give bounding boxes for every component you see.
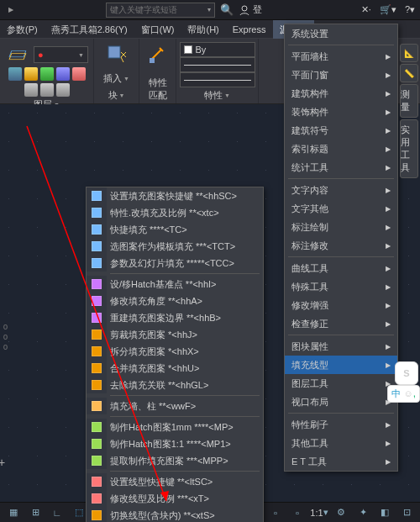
cart-icon[interactable]: 🛒▾ bbox=[380, 4, 396, 15]
lineweight-combo[interactable] bbox=[180, 72, 255, 87]
context-menu-item[interactable]: 重建填充图案边界 **<hhB> bbox=[87, 309, 263, 326]
submenu-item[interactable]: 标注修改▶ bbox=[285, 236, 397, 255]
ortho-icon[interactable]: ⬚ bbox=[71, 505, 87, 520]
menu-item[interactable]: 帮助(H) bbox=[181, 20, 225, 39]
status-icon[interactable]: ▫ bbox=[289, 505, 306, 520]
layer-properties-icon[interactable] bbox=[5, 42, 30, 67]
submenu-label: E T 工具 bbox=[291, 456, 327, 468]
submenu-item[interactable]: 索引标题▶ bbox=[285, 140, 397, 158]
layer-tool-icon[interactable] bbox=[40, 83, 54, 97]
search-box[interactable]: ▾ bbox=[106, 3, 215, 18]
menu-item[interactable]: 窗口(W) bbox=[134, 20, 181, 39]
measure-label[interactable]: 测量 bbox=[400, 84, 418, 118]
submenu-item[interactable]: 标注绘制▶ bbox=[285, 218, 397, 236]
submenu-item[interactable]: 平面墙柱▶ bbox=[285, 47, 397, 66]
context-menu-item[interactable]: 制作Hatch图案1mm ****<MP> bbox=[87, 419, 263, 435]
layer-tool-icon[interactable] bbox=[72, 67, 86, 81]
layer-tool-icon[interactable] bbox=[8, 67, 22, 81]
grid-icon[interactable]: ⊞ bbox=[27, 505, 44, 520]
util-label[interactable]: 实用工具 bbox=[400, 119, 418, 178]
layer-combo[interactable]: ●▼ bbox=[34, 46, 88, 63]
layer-tool-icon[interactable] bbox=[24, 83, 38, 97]
menu-item-label: 拆分填充图案 *<hhX> bbox=[110, 345, 199, 358]
context-menu-item[interactable]: 填充墙、柱 **<wwF> bbox=[87, 398, 263, 414]
submenu-item[interactable]: 统计工具▶ bbox=[285, 158, 397, 177]
layer-tool-icon[interactable] bbox=[56, 67, 70, 81]
insert-block-icon[interactable] bbox=[104, 42, 129, 67]
submenu-item[interactable]: 文字其他▶ bbox=[285, 199, 397, 218]
menu-item[interactable]: 参数(P) bbox=[0, 20, 45, 39]
panel-label[interactable]: 块▼ bbox=[108, 89, 125, 102]
submenu-item[interactable]: 文字内容▶ bbox=[285, 181, 397, 199]
submenu-item[interactable]: 装饰构件▶ bbox=[285, 103, 397, 121]
menu-item-label: 特性.改填充及比例 **<xtc> bbox=[110, 207, 219, 219]
context-menu-item[interactable]: 制作Hatch图案1:1 ****<MP1> bbox=[87, 435, 263, 452]
context-menu-item[interactable]: 切换线型(含块内) **<xtS> bbox=[87, 507, 263, 522]
menu-item-label: 制作Hatch图案1mm ****<MP> bbox=[110, 421, 234, 434]
menu-item-label: 合并填充图案 *<hhU> bbox=[110, 362, 199, 375]
context-menu-item[interactable]: 参数及幻灯片填充 *****<TCC> bbox=[87, 255, 263, 272]
submenu-item[interactable]: 检查修正▶ bbox=[285, 314, 397, 333]
ime-sogou-icon[interactable]: S bbox=[395, 361, 418, 385]
status-icon[interactable]: ⊡ bbox=[398, 505, 415, 520]
history-back-icon[interactable]: ▶ bbox=[8, 6, 13, 13]
tool-icon[interactable]: 📏 bbox=[400, 64, 418, 82]
submenu-item[interactable]: 填充线型▶ bbox=[285, 356, 397, 374]
submenu-item[interactable]: 平面门窗▶ bbox=[285, 66, 397, 84]
search-icon[interactable]: 🔍 bbox=[220, 3, 234, 16]
layer-tool-icon[interactable] bbox=[56, 83, 70, 97]
context-menu-item[interactable]: 快捷填充 ****<TC> bbox=[87, 221, 263, 238]
context-menu-item[interactable]: 设置填充图案快捷键 **<hhSC> bbox=[87, 187, 263, 204]
color-combo[interactable]: By bbox=[180, 42, 255, 57]
context-menu-item[interactable]: 设置线型快捷键 **<ltSC> bbox=[87, 473, 263, 490]
linetype-combo[interactable] bbox=[180, 57, 255, 72]
search-input[interactable] bbox=[110, 5, 206, 14]
submenu-item[interactable]: E T 工具▶ bbox=[285, 452, 397, 471]
match-properties-icon[interactable] bbox=[145, 42, 171, 67]
submenu-item[interactable]: 特殊工具▶ bbox=[285, 277, 397, 296]
context-menu-item[interactable]: 设/移Hatch基准点 **<hhI> bbox=[87, 276, 263, 293]
context-menu-item[interactable]: 修改填充角度 **<hhA> bbox=[87, 293, 263, 309]
context-menu-item[interactable]: 特性.改填充及比例 **<xtc> bbox=[87, 204, 263, 221]
layer-tool-icon[interactable] bbox=[24, 67, 38, 81]
exchange-icon[interactable]: ✕· bbox=[361, 4, 371, 15]
menu-item-label: 设/移Hatch基准点 **<hhI> bbox=[110, 278, 217, 291]
submenu-label: 修改增强 bbox=[291, 299, 328, 312]
submenu-item[interactable]: 系统设置 bbox=[285, 24, 397, 43]
context-menu-item[interactable]: 去除填充关联 **<hhGL> bbox=[87, 377, 263, 393]
search-dropdown-icon[interactable]: ▾ bbox=[207, 6, 211, 13]
context-menu-item[interactable]: 修改线型及比例 ***<xT> bbox=[87, 490, 263, 507]
model-space-icon[interactable]: ▦ bbox=[5, 505, 22, 520]
submenu-item[interactable]: 视口布局▶ bbox=[285, 393, 397, 411]
tool-icon[interactable]: 📐 bbox=[400, 44, 418, 62]
menu-item-label: 填充墙、柱 **<wwF> bbox=[110, 400, 196, 413]
status-icon[interactable]: ▫ bbox=[267, 505, 284, 520]
submenu-item[interactable]: 其他工具▶ bbox=[285, 434, 397, 452]
context-menu-item[interactable]: 合并填充图案 *<hhU> bbox=[87, 360, 263, 377]
context-menu-item[interactable]: 选图案作为模板填充 ***<TCT> bbox=[87, 238, 263, 255]
anno-scale[interactable]: 1:1▾ bbox=[311, 505, 328, 520]
snap-icon[interactable]: ∟ bbox=[49, 505, 66, 520]
submenu-item[interactable]: 修改增强▶ bbox=[285, 296, 397, 314]
gear-icon[interactable]: ⚙ bbox=[333, 505, 349, 520]
layer-tool-icon[interactable] bbox=[40, 67, 54, 81]
submenu-item[interactable]: 图块属性▶ bbox=[285, 337, 397, 356]
submenu-item[interactable]: 曲线工具▶ bbox=[285, 259, 397, 277]
submenu-item[interactable]: 特性刷子▶ bbox=[285, 415, 397, 434]
context-menu-item[interactable]: 剪裁填充图案 *<hhJ> bbox=[87, 326, 263, 343]
ime-status[interactable]: 中 ☺, bbox=[387, 385, 420, 403]
status-icon[interactable]: ✦ bbox=[354, 505, 371, 520]
login-button[interactable]: 登 bbox=[239, 3, 262, 16]
svg-rect-1 bbox=[108, 46, 120, 58]
menu-item[interactable]: 燕秀工具箱2.86(Y) bbox=[45, 20, 134, 39]
submenu-item[interactable]: 建筑构件▶ bbox=[285, 84, 397, 103]
context-menu-item[interactable]: 提取制作填充图案 ***<MPP> bbox=[87, 452, 263, 469]
submenu-item[interactable]: 图层工具▶ bbox=[285, 374, 397, 393]
menu-item-icon bbox=[87, 360, 107, 377]
panel-label[interactable]: 特性▼ bbox=[204, 89, 230, 102]
context-menu-item[interactable]: 拆分填充图案 *<hhX> bbox=[87, 343, 263, 360]
status-icon[interactable]: ◧ bbox=[376, 505, 393, 520]
menu-item[interactable]: Express bbox=[226, 20, 273, 39]
submenu-item[interactable]: 建筑符号▶ bbox=[285, 121, 397, 140]
help-icon[interactable]: ?▾ bbox=[405, 4, 415, 15]
